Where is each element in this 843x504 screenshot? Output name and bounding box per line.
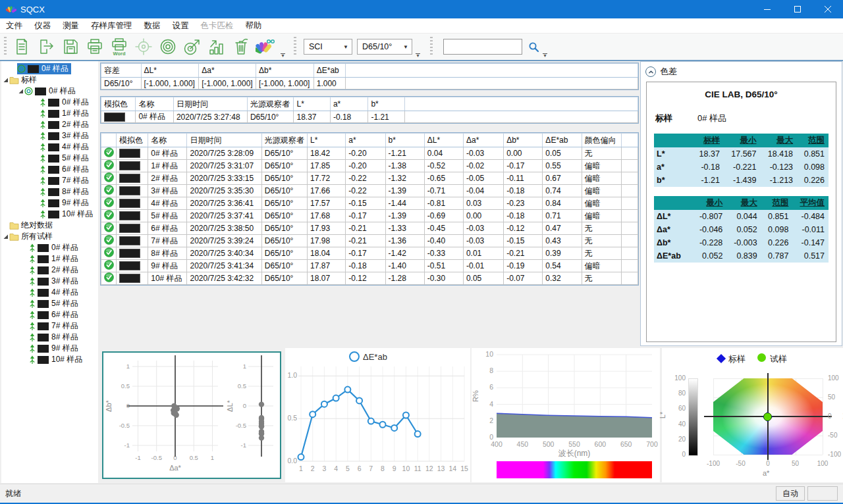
tree-item-label: 1# 样品 xyxy=(51,253,78,265)
cell xyxy=(621,260,638,272)
toolbar-grip[interactable] xyxy=(294,37,296,57)
tree-item-all-sample[interactable]: 0# 样品 xyxy=(1,242,98,253)
export-button[interactable] xyxy=(34,35,58,59)
cell: [-1.000, 1.000] xyxy=(141,78,199,89)
standard-diamond-icon xyxy=(717,354,726,363)
table-row[interactable]: 10# 样品2020/7/25 3:42:32D65/10°18.07-0.12… xyxy=(101,272,638,285)
color-swatch-cell xyxy=(117,147,148,160)
tree-item-all-sample[interactable]: 5# 样品 xyxy=(1,298,98,309)
tree-item-all-sample[interactable]: 1# 样品 xyxy=(1,253,98,265)
table-row[interactable]: 4# 样品2020/7/25 3:36:41D65/10°17.57-0.15-… xyxy=(101,197,638,210)
tree-item-standard-sample[interactable]: 3# 样品 xyxy=(1,130,98,141)
table-row[interactable]: 2# 样品2020/7/25 3:33:15D65/10°17.72-0.22-… xyxy=(101,172,638,185)
menu-item-help[interactable]: 帮助 xyxy=(240,18,268,33)
table-row[interactable]: 0# 样品2020/7/25 3:28:09D65/10°18.42-0.20-… xyxy=(101,147,638,160)
toolbar-overflow-button[interactable]: ▾ xyxy=(278,53,288,59)
cell: 1.000 xyxy=(313,78,345,89)
menu-item-sample-library[interactable]: 存样库管理 xyxy=(85,18,138,33)
toolbar-overflow-button[interactable]: ▾ xyxy=(540,53,550,59)
mode-select[interactable]: SCI ▼ xyxy=(304,39,352,55)
cell: 2020/7/25 3:37:41 xyxy=(187,210,261,222)
table-row[interactable]: 7# 样品2020/7/25 3:39:24D65/10°17.98-0.21-… xyxy=(101,235,638,247)
print-button[interactable] xyxy=(82,35,107,59)
print-word-button[interactable]: Word xyxy=(107,35,131,59)
tree-expander-icon[interactable] xyxy=(2,234,9,239)
toolbar-grip[interactable] xyxy=(430,37,433,57)
tree-item-standard-sample[interactable]: 5# 样品 xyxy=(1,153,98,164)
menu-item-instrument[interactable]: 仪器 xyxy=(28,18,57,33)
tree-item-standard-root[interactable]: 0# 样品 xyxy=(1,86,98,97)
tree-item-all-sample[interactable]: 4# 样品 xyxy=(1,287,98,298)
table-row[interactable]: 6# 样品2020/7/25 3:38:50D65/10°17.93-0.21-… xyxy=(101,222,638,235)
cell: 无 xyxy=(582,247,621,260)
tree-item-all-sample[interactable]: 2# 样品 xyxy=(1,265,98,276)
color-cards-button[interactable] xyxy=(253,35,277,59)
cell: 17.72 xyxy=(308,172,346,185)
tree-folder-standard[interactable]: 标样 xyxy=(1,74,98,86)
auto-mode-button[interactable]: 自动 xyxy=(776,486,805,501)
calibrate-target-button[interactable] xyxy=(131,35,155,59)
tree-folder-all[interactable]: 所有试样 xyxy=(1,231,98,242)
tree-item-standard-sample[interactable]: 8# 样品 xyxy=(1,186,98,197)
tree-item-current-standard[interactable]: 0# 样品 xyxy=(1,63,98,74)
save-button[interactable] xyxy=(58,35,82,59)
arrow-icon xyxy=(29,355,36,365)
delete-button[interactable] xyxy=(229,35,253,59)
menu-item-measure[interactable]: 测量 xyxy=(57,18,85,33)
chart-button[interactable] xyxy=(204,35,229,59)
tree-item-all-sample[interactable]: 8# 样品 xyxy=(1,332,98,343)
tree-item-standard-sample[interactable]: 9# 样品 xyxy=(1,197,98,209)
maximize-button[interactable] xyxy=(782,0,813,18)
table-row[interactable]: 1# 样品2020/7/25 3:31:07D65/10°17.85-0.20-… xyxy=(101,160,638,172)
table-row[interactable]: 8# 样品2020/7/25 3:40:34D65/10°18.04-0.17-… xyxy=(101,247,638,260)
tree-expander-icon[interactable] xyxy=(17,88,24,94)
color-swatch xyxy=(48,99,59,107)
table-row[interactable]: 3# 样品2020/7/25 3:35:30D65/10°17.66-0.22-… xyxy=(101,185,638,197)
color-swatch xyxy=(48,110,59,118)
toolbar-grip[interactable] xyxy=(4,37,7,57)
new-document-button[interactable] xyxy=(9,35,34,59)
menu-item-settings[interactable]: 设置 xyxy=(167,18,195,33)
tree-item-standard-sample[interactable]: 2# 样品 xyxy=(1,119,98,130)
tree-folder-absolute[interactable]: 绝对数据 xyxy=(1,220,98,231)
column-header: a* xyxy=(330,97,367,111)
svg-text:600: 600 xyxy=(595,440,607,448)
table-header-row: 模拟色名称日期时间光源观察者L*a*b*ΔL*Δa*Δb*ΔE*ab颜色偏向 xyxy=(101,134,638,147)
search-input[interactable] xyxy=(443,39,522,55)
table-row[interactable]: 9# 样品2020/7/25 3:41:34D65/10°17.87-0.18-… xyxy=(101,260,638,272)
cell: -1.21 xyxy=(368,111,404,123)
tree-item-all-sample[interactable]: 7# 样品 xyxy=(1,320,98,332)
cell: 9# 样品 xyxy=(148,260,187,272)
menu-item-data[interactable]: 数据 xyxy=(138,18,167,33)
minimize-button[interactable] xyxy=(752,0,782,18)
menu-item-file[interactable]: 文件 xyxy=(0,18,28,33)
measure-sample-button[interactable] xyxy=(180,35,204,59)
measure-standard-button[interactable] xyxy=(155,35,180,59)
tree-item-all-sample[interactable]: 3# 样品 xyxy=(1,276,98,287)
svg-text:-0.5: -0.5 xyxy=(119,422,130,429)
tree-item-standard-sample[interactable]: 7# 样品 xyxy=(1,175,98,186)
tree-item-standard-sample[interactable]: 10# 样品 xyxy=(1,209,98,220)
tree-item-all-sample[interactable]: 10# 样品 xyxy=(1,354,98,365)
tree-item-standard-sample[interactable]: 6# 样品 xyxy=(1,164,98,175)
collapse-panel-icon[interactable] xyxy=(645,66,656,77)
column-header: 光源观察者 xyxy=(261,134,307,147)
tree-item-standard-sample[interactable]: 4# 样品 xyxy=(1,141,98,153)
menu-item-color-card-match[interactable]: 色卡匹检 xyxy=(195,18,240,33)
table-row[interactable]: 0# 样品2020/7/25 3:27:48D65/10°18.37-0.18-… xyxy=(101,111,638,123)
arrow-icon xyxy=(40,109,46,118)
reflectance-chart: 0246810400450500550600650700R%波长(nm) xyxy=(472,348,660,459)
illuminant-select[interactable]: D65/10° ▼ xyxy=(357,39,412,55)
search-icon[interactable] xyxy=(528,41,539,53)
table-row[interactable]: 5# 样品2020/7/25 3:37:41D65/10°17.68-0.17-… xyxy=(101,210,638,222)
cell: -0.03 xyxy=(463,222,503,235)
tree-item-standard-sample[interactable]: 1# 样品 xyxy=(1,108,98,119)
toolbar-overflow-button[interactable]: ▾ xyxy=(413,53,423,59)
table-row[interactable]: D65/10°[-1.000, 1.000][-1.000, 1.000][-1… xyxy=(101,78,638,89)
tree-item-label: 标样 xyxy=(20,74,37,86)
tree-item-standard-sample[interactable]: 0# 样品 xyxy=(1,97,98,108)
tree-item-all-sample[interactable]: 6# 样品 xyxy=(1,309,98,320)
close-button[interactable] xyxy=(813,0,843,18)
tree-item-all-sample[interactable]: 9# 样品 xyxy=(1,343,98,354)
tree-expander-icon[interactable] xyxy=(2,77,9,83)
